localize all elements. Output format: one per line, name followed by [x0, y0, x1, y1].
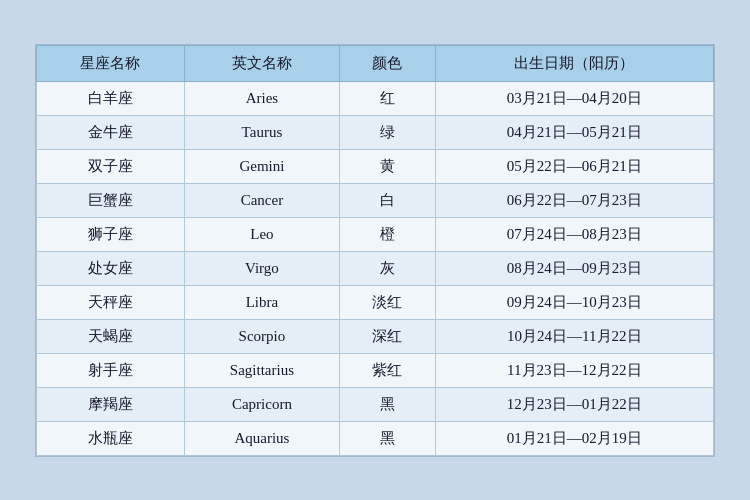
header-english-name: 英文名称 [184, 45, 339, 81]
table-row: 水瓶座Aquarius黑01月21日—02月19日 [37, 421, 714, 455]
cell-english-name: Capricorn [184, 387, 339, 421]
cell-chinese-name: 白羊座 [37, 81, 185, 115]
cell-dates: 12月23日—01月22日 [435, 387, 713, 421]
cell-dates: 03月21日—04月20日 [435, 81, 713, 115]
cell-dates: 06月22日—07月23日 [435, 183, 713, 217]
cell-chinese-name: 水瓶座 [37, 421, 185, 455]
cell-dates: 04月21日—05月21日 [435, 115, 713, 149]
cell-color: 黑 [339, 421, 435, 455]
cell-dates: 01月21日—02月19日 [435, 421, 713, 455]
cell-english-name: Scorpio [184, 319, 339, 353]
cell-english-name: Gemini [184, 149, 339, 183]
cell-color: 深红 [339, 319, 435, 353]
cell-english-name: Cancer [184, 183, 339, 217]
table-header-row: 星座名称 英文名称 颜色 出生日期（阳历） [37, 45, 714, 81]
header-dates: 出生日期（阳历） [435, 45, 713, 81]
cell-color: 绿 [339, 115, 435, 149]
cell-chinese-name: 狮子座 [37, 217, 185, 251]
cell-dates: 07月24日—08月23日 [435, 217, 713, 251]
table-row: 双子座Gemini黄05月22日—06月21日 [37, 149, 714, 183]
cell-chinese-name: 摩羯座 [37, 387, 185, 421]
table-row: 天秤座Libra淡红09月24日—10月23日 [37, 285, 714, 319]
cell-chinese-name: 双子座 [37, 149, 185, 183]
cell-dates: 09月24日—10月23日 [435, 285, 713, 319]
cell-chinese-name: 射手座 [37, 353, 185, 387]
cell-english-name: Virgo [184, 251, 339, 285]
cell-color: 橙 [339, 217, 435, 251]
zodiac-table-container: 星座名称 英文名称 颜色 出生日期（阳历） 白羊座Aries红03月21日—04… [35, 44, 715, 457]
cell-dates: 08月24日—09月23日 [435, 251, 713, 285]
cell-color: 淡红 [339, 285, 435, 319]
cell-chinese-name: 金牛座 [37, 115, 185, 149]
cell-color: 黑 [339, 387, 435, 421]
cell-dates: 05月22日—06月21日 [435, 149, 713, 183]
cell-english-name: Libra [184, 285, 339, 319]
table-row: 狮子座Leo橙07月24日—08月23日 [37, 217, 714, 251]
cell-color: 黄 [339, 149, 435, 183]
cell-color: 白 [339, 183, 435, 217]
cell-english-name: Sagittarius [184, 353, 339, 387]
cell-chinese-name: 巨蟹座 [37, 183, 185, 217]
cell-dates: 11月23日—12月22日 [435, 353, 713, 387]
header-chinese-name: 星座名称 [37, 45, 185, 81]
table-row: 射手座Sagittarius紫红11月23日—12月22日 [37, 353, 714, 387]
table-body: 白羊座Aries红03月21日—04月20日金牛座Taurus绿04月21日—0… [37, 81, 714, 455]
zodiac-table: 星座名称 英文名称 颜色 出生日期（阳历） 白羊座Aries红03月21日—04… [36, 45, 714, 456]
cell-chinese-name: 天秤座 [37, 285, 185, 319]
table-row: 金牛座Taurus绿04月21日—05月21日 [37, 115, 714, 149]
table-row: 白羊座Aries红03月21日—04月20日 [37, 81, 714, 115]
cell-chinese-name: 天蝎座 [37, 319, 185, 353]
table-row: 天蝎座Scorpio深红10月24日—11月22日 [37, 319, 714, 353]
cell-color: 紫红 [339, 353, 435, 387]
table-row: 处女座Virgo灰08月24日—09月23日 [37, 251, 714, 285]
cell-color: 红 [339, 81, 435, 115]
cell-english-name: Aquarius [184, 421, 339, 455]
table-row: 巨蟹座Cancer白06月22日—07月23日 [37, 183, 714, 217]
cell-english-name: Leo [184, 217, 339, 251]
cell-english-name: Taurus [184, 115, 339, 149]
cell-english-name: Aries [184, 81, 339, 115]
header-color: 颜色 [339, 45, 435, 81]
cell-chinese-name: 处女座 [37, 251, 185, 285]
cell-dates: 10月24日—11月22日 [435, 319, 713, 353]
table-row: 摩羯座Capricorn黑12月23日—01月22日 [37, 387, 714, 421]
cell-color: 灰 [339, 251, 435, 285]
